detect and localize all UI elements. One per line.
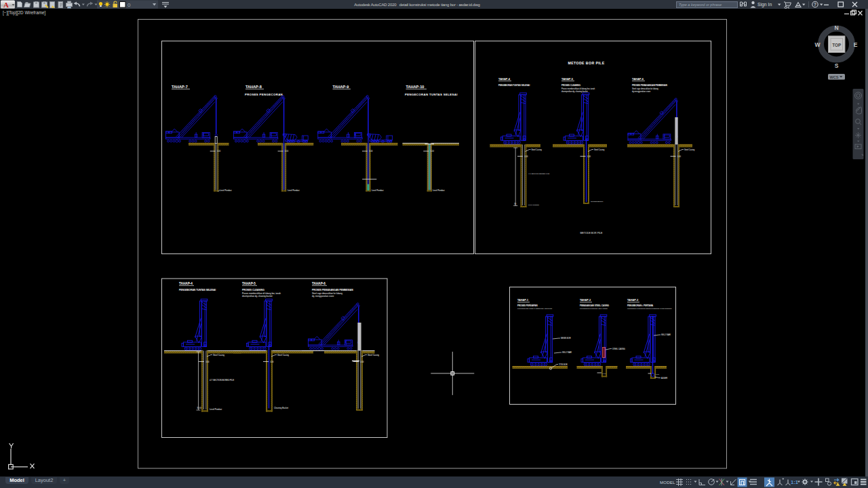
svg-text:Proses membersihkan di lubang: Proses membersihkan di lubang bor, tanah: [242, 292, 281, 295]
svg-text:Melanjutkan Pengeboran sampai: Melanjutkan Pengeboran sampai kedalaman …: [627, 308, 672, 310]
svg-text:PROSES PERSIAPAN: PROSES PERSIAPAN: [517, 304, 538, 307]
svg-text:TAHAP-4: TAHAP-4: [498, 77, 511, 81]
svg-text:STEEL CASING: STEEL CASING: [612, 348, 625, 350]
svg-text:Level Pondasi: Level Pondasi: [372, 189, 384, 192]
svg-text:TOP: TOP: [832, 43, 842, 47]
svg-text:WCS: WCS: [829, 75, 838, 79]
svg-text:TITIK BOR: TITIK BOR: [559, 363, 568, 366]
svg-text:TAHAP-8: TAHAP-8: [245, 85, 262, 89]
svg-text:disemprotkan dg. cleaning buck: disemprotkan dg. cleaning bucket: [561, 90, 588, 93]
svg-text:Level Pondasi: Level Pondasi: [220, 189, 232, 192]
svg-text:Cleaning Bucket: Cleaning Bucket: [591, 201, 604, 203]
svg-text:0.00: 0.00: [525, 155, 529, 158]
svg-text:0.00: 0.00: [217, 150, 221, 152]
svg-text:PROSES PEMASANGAN PEMBESIAN: PROSES PEMASANGAN PEMBESIAN: [632, 84, 667, 87]
svg-text:Steel Casing: Steel Casing: [277, 354, 289, 357]
svg-text:Cleaning Bucket: Cleaning Bucket: [274, 407, 288, 409]
svg-text:PROSES CLEANING: PROSES CLEANING: [242, 289, 264, 291]
svg-text:4-T SECTION BORED PILE: 4-T SECTION BORED PILE: [210, 379, 234, 382]
svg-text:Steel Casing: Steel Casing: [368, 354, 379, 357]
svg-text:MODEL: MODEL: [660, 480, 675, 485]
svg-text:0.00: 0.00: [431, 150, 435, 152]
svg-text:TAHAP-2: TAHAP-2: [580, 299, 591, 302]
svg-text:Steel cage dimasukkan ke luban: Steel cage dimasukkan ke lubang: [632, 87, 658, 90]
svg-text:METODE BOR PILE: METODE BOR PILE: [580, 232, 603, 235]
svg-text:W: W: [814, 41, 821, 48]
svg-text:TAHAP-3: TAHAP-3: [627, 299, 638, 302]
svg-text:TAHAP-1: TAHAP-1: [517, 299, 528, 302]
svg-text:Steel Casing: Steel Casing: [594, 148, 605, 151]
svg-text:0.00: 0.00: [361, 361, 365, 363]
svg-text:Steel Casing: Steel Casing: [684, 148, 695, 151]
svg-text:Memasukkan temporary steel cas: Memasukkan temporary steel casing: [580, 308, 608, 310]
svg-text:PROSES CLEANING: PROSES CLEANING: [561, 84, 581, 87]
svg-text:0.00: 0.00: [370, 150, 374, 152]
svg-text:Steel Casing: Steel Casing: [532, 148, 542, 151]
svg-text:TAHAP-4: TAHAP-4: [179, 282, 193, 285]
svg-text:4-T SECTION BORED PILE: 4-T SECTION BORED PILE: [528, 173, 550, 175]
svg-text:TAHAP-6: TAHAP-6: [312, 282, 326, 285]
svg-text:E: E: [854, 41, 858, 48]
svg-text:Level Pondasi: Level Pondasi: [288, 189, 300, 192]
svg-text:0.00: 0.00: [285, 150, 289, 152]
svg-text:0.00: 0.00: [206, 361, 210, 363]
svg-text:30.00: 30.00: [197, 407, 202, 409]
svg-text:Proses membersihkan di lubang: Proses membersihkan di lubang bor, tanah: [561, 87, 595, 90]
svg-text:KELLY BAR: KELLY BAR: [661, 333, 671, 336]
svg-text:1:1: 1:1: [791, 479, 798, 485]
svg-text:Level Pondasi: Level Pondasi: [528, 204, 539, 206]
svg-text:PENGECORAN TUNTAS SELESAI: PENGECORAN TUNTAS SELESAI: [405, 93, 458, 96]
svg-text:TAHAP-7: TAHAP-7: [172, 85, 188, 89]
svg-text:METODE BOR PILE: METODE BOR PILE: [568, 61, 604, 65]
svg-text:PROSES PENGECORAN: PROSES PENGECORAN: [245, 93, 283, 96]
svg-text:0.00: 0.00: [587, 155, 591, 158]
svg-text:0.00: 0.00: [271, 361, 275, 363]
svg-text:PEMASANGAN STEEL CASING: PEMASANGAN STEEL CASING: [580, 304, 610, 307]
svg-text:Level Pondasi: Level Pondasi: [433, 189, 445, 192]
svg-text:TAHAP-5: TAHAP-5: [561, 77, 574, 81]
svg-text:TAHAP-10: TAHAP-10: [406, 85, 425, 89]
svg-text:MESIN BOR: MESIN BOR: [561, 337, 571, 340]
svg-text:TAHAP-5: TAHAP-5: [242, 282, 256, 285]
svg-text:AUGER: AUGER: [661, 377, 667, 380]
svg-text:disemprotkan dg. cleaning buck: disemprotkan dg. cleaning bucket: [242, 295, 273, 298]
svg-text:dg menggunakan crane: dg menggunakan crane: [632, 90, 651, 93]
svg-text:TAHAP-9: TAHAP-9: [333, 85, 349, 89]
svg-text:KELLY BAR: KELLY BAR: [562, 351, 572, 354]
svg-text:S: S: [835, 62, 839, 69]
svg-text:TAHAP-6: TAHAP-6: [632, 77, 644, 81]
svg-text:Steel cage dimasukkan ke luban: Steel cage dimasukkan ke lubang: [312, 292, 342, 295]
svg-text:PROSES PEMASANGAN PEMBESIAN: PROSES PEMASANGAN PEMBESIAN: [312, 289, 353, 291]
svg-text:30: 30: [514, 203, 516, 205]
svg-text:Penentuan titik posisi & setti: Penentuan titik posisi & setting Rig yan…: [517, 308, 552, 310]
svg-text:0.00: 0.00: [656, 373, 659, 375]
svg-text:N: N: [834, 24, 838, 31]
svg-text:0.00: 0.00: [677, 155, 682, 158]
svg-text:PENGEBORAN TUNTAS SELESAI: PENGEBORAN TUNTAS SELESAI: [498, 84, 530, 87]
svg-text:0.00: 0.00: [603, 373, 606, 375]
svg-text:PENGEBORAN t. PERTAMA: PENGEBORAN t. PERTAMA: [627, 304, 654, 307]
svg-text:Level Pondasi: Level Pondasi: [210, 408, 222, 411]
svg-text:dg. menggunakan crane: dg. menggunakan crane: [312, 295, 334, 298]
svg-text:PENGEBORAN TUNTAS SELESAI: PENGEBORAN TUNTAS SELESAI: [179, 289, 216, 291]
svg-text:Steel Casing: Steel Casing: [213, 354, 224, 357]
